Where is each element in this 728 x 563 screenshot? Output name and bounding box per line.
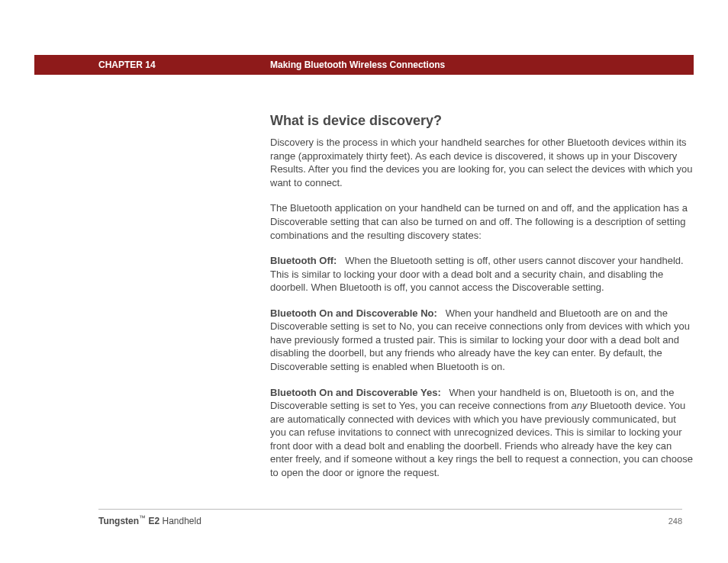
intro-paragraph-2: The Bluetooth application on your handhe… (270, 201, 694, 242)
trademark-symbol: ™ (139, 514, 146, 522)
intro-paragraph-1: Discovery is the process in which your h… (270, 136, 694, 189)
definition-bluetooth-on-discoverable-yes: Bluetooth On and Discoverable Yes: When … (270, 386, 694, 480)
page-number: 248 (668, 516, 682, 526)
chapter-label: CHAPTER 14 (98, 60, 156, 70)
chapter-header: CHAPTER 14 Making Bluetooth Wireless Con… (34, 55, 694, 75)
product-variant: E2 (146, 516, 159, 526)
definition-text-after: Bluetooth device. You are automatically … (270, 400, 693, 478)
page-footer: Tungsten™ E2 Handheld 248 (98, 509, 682, 526)
definition-label: Bluetooth On and Discoverable No: (270, 307, 437, 319)
page-content: What is device discovery? Discovery is t… (270, 111, 694, 491)
section-heading: What is device discovery? (270, 111, 694, 130)
definition-text-italic: any (572, 400, 588, 411)
definition-bluetooth-off: Bluetooth Off: When the Bluetooth settin… (270, 254, 694, 294)
product-name: Tungsten (98, 516, 139, 526)
definition-label: Bluetooth Off: (270, 255, 337, 266)
definition-label: Bluetooth On and Discoverable Yes: (270, 387, 441, 398)
footer-product: Tungsten™ E2 Handheld (98, 514, 201, 526)
chapter-title: Making Bluetooth Wireless Connections (270, 60, 445, 70)
definition-bluetooth-on-discoverable-no: Bluetooth On and Discoverable No: When y… (270, 307, 694, 374)
product-suffix: Handheld (159, 516, 201, 526)
